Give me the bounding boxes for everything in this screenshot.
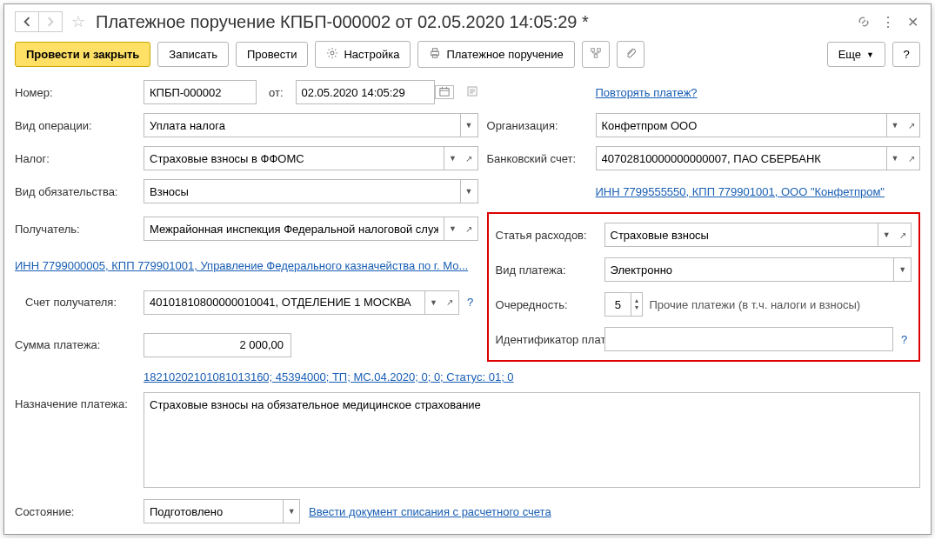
close-icon[interactable]: ✕ [905, 14, 920, 30]
stepper-icon: ▴▾ [635, 297, 638, 311]
calendar-button[interactable] [435, 85, 454, 99]
kebab-menu-icon[interactable]: ⋮ [880, 14, 896, 30]
sum-label: Сумма платежа: [15, 338, 135, 351]
bank-acc-dropdown-button[interactable]: ▼ [886, 146, 904, 170]
more-label: Еще [838, 48, 861, 61]
status-dropdown-button[interactable]: ▼ [283, 499, 300, 523]
open-icon: ↗ [465, 224, 472, 234]
order-hint: Прочие платежи (в т.ч. налоги и взносы) [650, 298, 861, 311]
bank-acc-select[interactable] [596, 146, 886, 170]
chevron-down-icon: ▼ [449, 154, 457, 163]
print-label: Платежное поручение [446, 48, 563, 61]
more-button[interactable]: Еще ▼ [827, 42, 885, 67]
open-icon: ↗ [899, 230, 906, 240]
svg-rect-6 [594, 55, 598, 58]
chevron-down-icon: ▼ [449, 224, 457, 233]
liab-type-label: Вид обязательства: [15, 185, 135, 198]
svg-rect-7 [439, 89, 448, 97]
org-label: Организация: [487, 119, 587, 132]
number-input[interactable] [144, 80, 257, 104]
structure-button[interactable] [582, 41, 610, 68]
sum-input[interactable] [144, 333, 291, 357]
org-dropdown-button[interactable]: ▼ [886, 113, 904, 137]
tax-dropdown-button[interactable]: ▼ [444, 146, 461, 170]
svg-point-0 [331, 51, 334, 55]
payee-open-button[interactable]: ↗ [461, 217, 478, 241]
tax-select[interactable] [144, 146, 444, 170]
payee-details-link[interactable]: ИНН 7799000005, КПП 779901001, Управлени… [15, 259, 468, 272]
payee-dropdown-button[interactable]: ▼ [444, 217, 461, 241]
save-button[interactable]: Записать [157, 42, 229, 67]
status-label: Состояние: [15, 505, 135, 518]
nav-back-button[interactable] [15, 11, 39, 32]
org-select[interactable] [596, 113, 886, 137]
calendar-icon [439, 86, 450, 98]
pay-type-select[interactable] [604, 257, 894, 282]
op-type-select[interactable] [144, 113, 460, 137]
favorite-star-icon[interactable]: ☆ [68, 11, 89, 32]
settings-button[interactable]: Настройка [315, 41, 411, 68]
org-details-link[interactable]: ИНН 7799555550, КПП 779901001, ООО "Конф… [596, 185, 885, 198]
repeat-payment-link[interactable]: Повторять платеж? [596, 86, 698, 99]
chevron-down-icon: ▼ [866, 50, 874, 59]
payee-acc-dropdown-button[interactable]: ▼ [424, 290, 442, 315]
chevron-down-icon: ▼ [288, 507, 296, 516]
order-input[interactable] [604, 292, 631, 317]
ident-label: Идентификатор платежа: [496, 333, 596, 346]
org-open-button[interactable]: ↗ [903, 113, 920, 137]
liab-type-select[interactable] [144, 179, 460, 203]
expense-open-button[interactable]: ↗ [894, 223, 912, 247]
purpose-textarea[interactable] [144, 392, 920, 488]
open-icon: ↗ [465, 154, 472, 163]
pay-type-label: Вид платежа: [496, 263, 596, 277]
post-button[interactable]: Провести [236, 42, 309, 67]
op-type-dropdown-button[interactable]: ▼ [460, 113, 478, 137]
expense-select[interactable] [604, 223, 878, 247]
order-label: Очередность: [496, 298, 596, 311]
chevron-down-icon: ▼ [891, 154, 898, 163]
attach-button[interactable] [617, 41, 644, 68]
date-input[interactable] [296, 80, 435, 104]
gear-icon [326, 47, 338, 62]
payee-acc-open-button[interactable]: ↗ [442, 290, 459, 315]
highlighted-section: Статья расходов: ▼ ↗ Вид платежа: ▼ Очер… [487, 212, 920, 362]
window-title: Платежное поручение КПБП-000002 от 02.05… [96, 12, 856, 32]
bank-acc-open-button[interactable]: ↗ [903, 146, 920, 170]
link-icon[interactable] [856, 14, 872, 30]
nav-forward-button[interactable] [38, 11, 63, 32]
svg-rect-4 [591, 49, 594, 52]
payee-label: Получатель: [15, 223, 135, 236]
chevron-down-icon: ▼ [891, 121, 898, 130]
status-action-link[interactable]: Ввести документ списания с расчетного сч… [309, 505, 551, 518]
help-button[interactable]: ? [892, 42, 920, 67]
status-select[interactable] [144, 499, 283, 523]
chevron-down-icon: ▼ [430, 298, 437, 307]
order-stepper-button[interactable]: ▴▾ [631, 292, 642, 317]
from-label: от: [269, 86, 284, 99]
svg-rect-2 [433, 49, 437, 52]
op-type-label: Вид операции: [15, 119, 135, 132]
ident-input[interactable] [604, 327, 894, 351]
kbk-link[interactable]: 18210202101081013160; 45394000; ТП; МС.0… [144, 370, 514, 383]
pay-type-dropdown-button[interactable]: ▼ [893, 257, 912, 282]
expense-dropdown-button[interactable]: ▼ [878, 223, 895, 247]
structure-icon [590, 47, 602, 62]
payee-acc-label: Счет получателя: [15, 296, 135, 309]
tax-open-button[interactable]: ↗ [461, 146, 478, 170]
liab-type-dropdown-button[interactable]: ▼ [460, 179, 478, 203]
svg-rect-5 [597, 49, 600, 52]
chevron-down-icon: ▼ [883, 230, 891, 239]
payee-select[interactable] [144, 217, 444, 241]
settings-label: Настройка [344, 48, 399, 61]
open-icon: ↗ [908, 121, 915, 130]
open-icon: ↗ [908, 154, 915, 163]
printer-icon [429, 47, 441, 62]
payee-acc-select[interactable] [144, 290, 424, 315]
ident-help-button[interactable]: ? [897, 333, 912, 346]
payee-acc-help-button[interactable]: ? [463, 296, 478, 309]
print-button[interactable]: Платежное поручение [417, 41, 574, 68]
chevron-down-icon: ▼ [465, 121, 473, 130]
bank-acc-label: Банковский счет: [487, 152, 587, 165]
memo-icon[interactable] [466, 85, 478, 100]
post-and-close-button[interactable]: Провести и закрыть [15, 42, 150, 67]
